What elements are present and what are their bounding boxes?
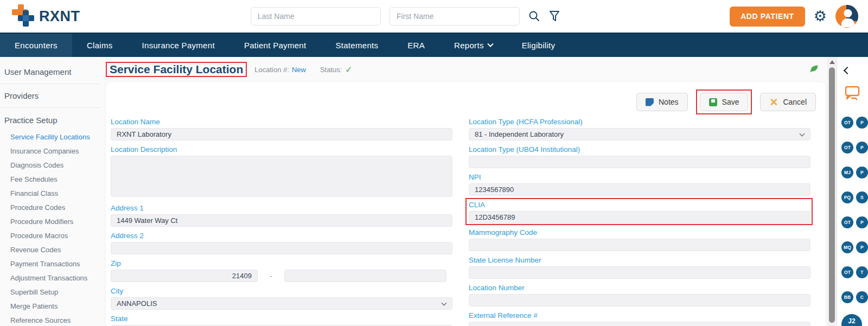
avatar-badge[interactable]: OT (841, 216, 853, 228)
collapse-panel-chevron-left-icon[interactable] (844, 67, 851, 74)
location-number-input[interactable] (469, 294, 810, 306)
nav-statements[interactable]: Statements (321, 34, 393, 57)
clia-input[interactable] (469, 211, 810, 223)
nav-insurance-payment[interactable]: Insurance Payment (127, 34, 229, 57)
sidebar-item-insurance-companies[interactable]: Insurance Companies (0, 144, 101, 158)
avatar-badge[interactable]: P (856, 241, 868, 253)
right-rail: OT P OT P MJ P PQ S OT P MQ P OT T BB C (837, 57, 868, 326)
sidebar-section-practice-setup[interactable]: Practice Setup (0, 108, 101, 130)
avatar-badge-large[interactable]: J2 (841, 314, 862, 326)
state-label: State (111, 315, 452, 323)
avatar-badge[interactable]: P (856, 167, 868, 178)
user-avatar[interactable] (835, 5, 858, 28)
chat-bubbles-icon[interactable] (841, 85, 868, 104)
sidebar-item-user-management[interactable]: User Management (0, 60, 101, 84)
sidebar-item-revenue-codes[interactable]: Revenue Codes (0, 243, 101, 257)
avatar-badge[interactable]: S (856, 191, 868, 203)
address2-input[interactable] (111, 242, 452, 254)
address1-input[interactable] (111, 214, 452, 227)
location-number-label: Location #: (254, 66, 289, 74)
nav-claims[interactable]: Claims (72, 34, 127, 57)
rxnt-logo-icon (12, 4, 36, 28)
clia-label: CLIA (469, 201, 810, 209)
zip-ext-input[interactable] (284, 270, 446, 282)
sidebar-item-superbill-setup[interactable]: Superbill Setup (0, 285, 101, 299)
avatar-badge[interactable]: BB (841, 291, 853, 303)
nav-era[interactable]: ERA (393, 34, 439, 57)
city-select[interactable]: ANNAPOLIS (111, 297, 452, 310)
rxnt-logo[interactable]: RXNT (12, 4, 93, 28)
nav-patient-payment[interactable]: Patient Payment (229, 34, 321, 57)
save-button[interactable]: Save (700, 93, 749, 111)
mammography-code-label: Mammography Code (469, 228, 810, 236)
external-reference-input[interactable] (469, 322, 810, 326)
sidebar-item-payment-transactions[interactable]: Payment Transactions (0, 257, 101, 271)
sidebar-item-reference-sources[interactable]: Reference Sources (0, 314, 101, 326)
filter-icon[interactable] (549, 10, 560, 22)
sidebar-item-diagnosis-codes[interactable]: Diagnosis Codes (0, 158, 101, 172)
scroll-up-arrow-icon[interactable] (829, 60, 835, 64)
sidebar-item-providers[interactable]: Providers (0, 84, 101, 108)
cancel-button[interactable]: ✕ Cancel (760, 93, 816, 111)
field-location-type-hcfa: Location Type (HCFA Professional) 81 - I… (469, 118, 810, 140)
location-description-label: Location Description (111, 145, 452, 154)
avatar-badge[interactable]: P (856, 142, 868, 154)
avatar-badge[interactable]: OT (841, 142, 853, 154)
avatar-badge[interactable]: P (856, 216, 868, 228)
scrollbar-thumb[interactable] (829, 67, 835, 323)
field-mammography-code: Mammography Code (469, 228, 810, 251)
status-label: Status: (320, 66, 342, 74)
location-description-textarea[interactable] (111, 156, 452, 197)
npi-input[interactable] (469, 183, 810, 196)
zip-separator: - (258, 272, 284, 280)
nav-eligibility[interactable]: Eligibility (507, 34, 570, 57)
location-number-field-label: Location Number (469, 284, 810, 292)
state-license-number-label: State License Number (469, 256, 810, 264)
address1-label: Address 1 (111, 204, 452, 212)
nav-reports[interactable]: Reports (439, 34, 507, 57)
badge-row: MQ P (841, 241, 868, 253)
notes-button[interactable]: Notes (636, 93, 688, 111)
badge-row: BB C (841, 291, 868, 303)
sidebar-item-procedure-macros[interactable]: Procedure Macros (0, 229, 101, 243)
field-location-number: Location Number (469, 284, 810, 306)
sidebar-item-procedure-codes[interactable]: Procedure Codes (0, 201, 101, 215)
sidebar-item-procedure-modifiers[interactable]: Procedure Modifiers (0, 215, 101, 229)
avatar-badge[interactable]: OT (841, 117, 853, 129)
first-name-input[interactable] (390, 7, 520, 25)
location-type-ubo4-input[interactable] (469, 156, 810, 168)
state-license-number-input[interactable] (469, 266, 810, 279)
avatar-badge[interactable]: MQ (841, 241, 853, 253)
sidebar-item-service-facility-locations[interactable]: Service Facility Locations (0, 130, 101, 144)
main-content: Service Facility Location Location #: Ne… (101, 57, 827, 326)
avatar-badge[interactable]: PQ (841, 191, 853, 203)
avatar-badge[interactable]: T (856, 266, 868, 278)
form-card: Notes Save ✕ Cancel L (106, 82, 826, 326)
leaf-icon[interactable] (809, 64, 819, 75)
vertical-scrollbar[interactable] (827, 57, 837, 326)
avatar-badge[interactable]: P (856, 117, 868, 129)
top-header: RXNT ADD PATIENT ⚙ (0, 0, 868, 33)
chevron-down-icon (442, 301, 447, 306)
field-external-reference: External Reference # (469, 311, 810, 326)
logo-text: RXNT (39, 8, 80, 25)
zip-input[interactable] (111, 270, 258, 282)
mammography-code-input[interactable] (469, 239, 810, 251)
avatar-badge[interactable]: OT (841, 266, 853, 278)
sidebar-item-merge-patients[interactable]: Merge Patients (0, 299, 101, 314)
field-location-description: Location Description (111, 145, 452, 199)
badge-row: MJ P (841, 167, 868, 178)
avatar-badge[interactable]: C (856, 291, 868, 303)
gear-icon[interactable]: ⚙ (814, 9, 827, 24)
sidebar-item-adjustment-transactions[interactable]: Adjustment Transactions (0, 271, 101, 285)
last-name-input[interactable] (251, 7, 381, 25)
search-icon[interactable] (528, 10, 540, 22)
avatar-badge[interactable]: MJ (841, 167, 853, 178)
sidebar-item-financial-class[interactable]: Financial Class (0, 187, 101, 201)
nav-encounters[interactable]: Encounters (0, 34, 72, 57)
note-icon (646, 98, 654, 106)
add-patient-button[interactable]: ADD PATIENT (730, 7, 805, 27)
location-name-input[interactable] (111, 128, 452, 140)
sidebar-item-fee-schedules[interactable]: Fee Schedules (0, 172, 101, 187)
location-type-hcfa-select[interactable]: 81 - Independent Laboratory (469, 128, 810, 140)
